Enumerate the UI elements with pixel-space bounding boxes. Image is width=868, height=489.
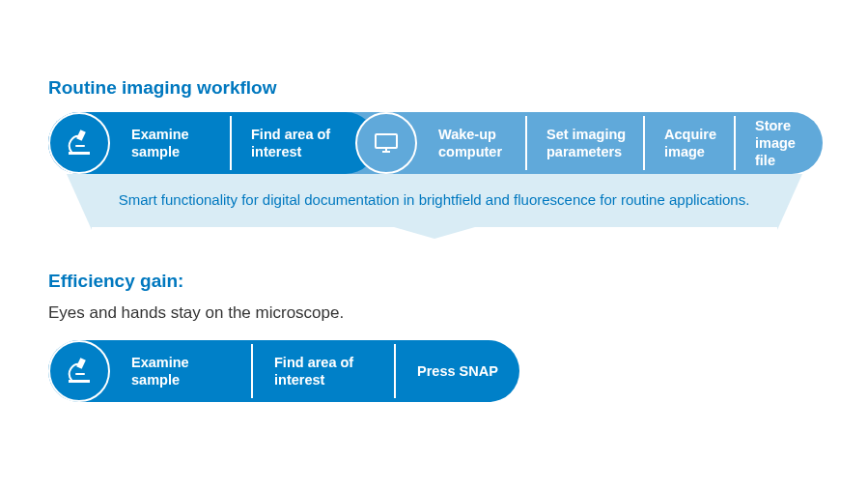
bottom-step-find-area: Find area of interest <box>261 340 377 402</box>
bottom-subtitle: Eyes and hands stay on the microscope. <box>48 303 820 323</box>
top-step-store-file: Store image file <box>742 112 819 174</box>
svg-rect-3 <box>376 134 397 148</box>
top-step6-label: Store image file <box>755 117 819 169</box>
bottom-section-title: Efficiency gain: <box>48 271 820 292</box>
banner-wrap: Smart functionality for digital document… <box>48 174 820 251</box>
microscope-icon-svg <box>63 355 96 388</box>
bottom-step2-label: Find area of interest <box>274 354 377 388</box>
divider <box>734 116 736 170</box>
divider <box>643 116 645 170</box>
top-step-examine-sample: Examine sample <box>118 112 224 174</box>
top-step-acquire-image: Acquire image <box>651 112 733 174</box>
top-step2-label: Find area of interest <box>251 126 344 160</box>
microscope-icon <box>48 340 110 402</box>
banner-arrow-tip <box>394 227 475 239</box>
microscope-icon-svg <box>63 127 96 159</box>
bottom-step-examine-sample: Examine sample <box>118 340 234 402</box>
microscope-icon <box>48 112 110 174</box>
top-step4-label: Set imaging parameters <box>546 126 639 160</box>
top-step-wakeup-computer: Wake-up computer <box>425 112 521 174</box>
top-step5-label: Acquire image <box>664 126 733 160</box>
top-workflow-bar: Examine sample Find area of interest Wak… <box>48 112 823 174</box>
top-step-find-area: Find area of interest <box>238 112 344 174</box>
top-step1-label: Examine sample <box>131 126 224 160</box>
diagram-canvas: Routine imaging workflow Examine sample <box>0 77 868 489</box>
divider <box>251 344 253 398</box>
monitor-icon-svg <box>371 128 402 158</box>
top-section-title: Routine imaging workflow <box>48 77 820 99</box>
top-step-set-params: Set imaging parameters <box>533 112 639 174</box>
divider <box>230 116 232 170</box>
description-banner: Smart functionality for digital document… <box>92 174 777 227</box>
monitor-icon <box>355 112 417 174</box>
bottom-workflow-bar: Examine sample Find area of interest Pre… <box>48 340 519 402</box>
top-step3-label: Wake-up computer <box>438 126 521 160</box>
bottom-step1-label: Examine sample <box>131 354 234 388</box>
divider <box>525 116 527 170</box>
divider <box>394 344 396 398</box>
bottom-step3-label: Press SNAP <box>417 362 498 380</box>
bottom-step-press-snap: Press SNAP <box>404 340 510 402</box>
banner-text: Smart functionality for digital document… <box>119 191 750 208</box>
